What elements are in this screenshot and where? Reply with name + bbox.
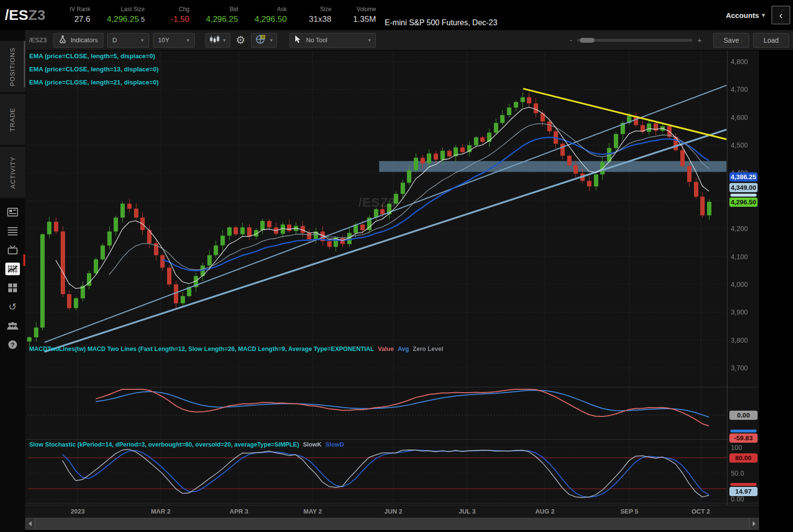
time-tick-oct-2: OCT 2: [692, 508, 710, 515]
indicators-label: Indicators: [70, 36, 98, 44]
accounts-dropdown[interactable]: Accounts ▾: [726, 11, 765, 19]
zoom-slider[interactable]: [577, 39, 692, 42]
zoom-out-button[interactable]: -: [570, 36, 572, 44]
study-title: Slow Stochastic (kPeriod=14, dPeriod=3, …: [29, 441, 299, 448]
ema-label-1: EMA (price=CLOSE, length=13, displace=0): [29, 66, 158, 79]
stochastic-study-label: Slow Stochastic (kPeriod=14, dPeriod=3, …: [29, 441, 348, 448]
community-icon[interactable]: [5, 319, 20, 332]
legend-slowk: SlowK: [303, 441, 321, 448]
chevron-down-icon: ▾: [368, 37, 371, 43]
field-value: -1.50: [161, 15, 189, 24]
axis-badge: 80.00: [729, 453, 758, 463]
triangle-right-icon: [753, 521, 756, 526]
axis-badge: 4,349.00: [729, 183, 758, 192]
time-axis: 2023MAR 2APR 3MAY 2JUN 2JUL 3AUG 2SEP 5O…: [25, 505, 759, 517]
news-icon[interactable]: [5, 206, 20, 218]
time-tick-mar-2: MAR 2: [151, 508, 170, 515]
chart-style-dropdown[interactable]: ▾: [205, 33, 230, 48]
field-label: IV Rank: [62, 6, 90, 15]
symbol-watermark: /ESZ3: [358, 195, 396, 210]
price-tick: 3,900: [731, 308, 748, 316]
quote-field-last-size: Last Size4,296.255: [107, 6, 145, 24]
zoom-in-button[interactable]: +: [697, 36, 702, 44]
axis-badge: 4,296.50: [729, 198, 758, 207]
chevron-left-icon: ‹: [779, 10, 783, 21]
collapse-panel-button[interactable]: ‹: [772, 6, 790, 24]
range-value: 10Y: [158, 36, 169, 44]
toolbar-symbol: /ESZ3: [29, 36, 47, 44]
field-value: 4,296.25: [206, 15, 238, 24]
apps-grid-icon[interactable]: [5, 282, 20, 294]
price-tick: 3,800: [731, 336, 748, 344]
field-value: 1.35M: [348, 15, 376, 24]
watchlist-icon[interactable]: [5, 225, 20, 237]
symbol-root: /ES: [5, 7, 28, 23]
chevron-down-icon: ▾: [223, 37, 226, 43]
zoom-slider-thumb[interactable]: [580, 38, 594, 43]
sidebar-tab-activity[interactable]: ACTIVITY: [0, 147, 25, 198]
price-tick: 4,700: [731, 85, 748, 93]
quote-field-volume: Volume1.35M: [348, 6, 376, 24]
ema-label-0: EMA (price=CLOSE, length=5, displace=0): [29, 52, 158, 66]
chevron-down-icon: ▾: [141, 37, 143, 43]
save-button[interactable]: Save: [713, 33, 749, 48]
sidebar-tabs: POSITIONSTRADEACTIVITY: [0, 30, 25, 198]
field-value: 31x38: [303, 15, 331, 24]
time-tick-jul-3: JUL 3: [458, 508, 475, 515]
field-value: 4,296.255: [107, 15, 145, 24]
accounts-label: Accounts: [726, 11, 759, 19]
price-axis: 4,8004,7004,6004,5004,4004,3004,2004,100…: [729, 50, 759, 505]
stoch-tick: 100: [731, 444, 742, 451]
charts-icon[interactable]: [5, 263, 20, 275]
ema-study-labels: EMA (price=CLOSE, length=5, displace=0)E…: [29, 52, 158, 92]
history-icon[interactable]: ↺: [5, 300, 20, 313]
price-tick: 4,500: [731, 141, 748, 149]
quote-field-ask: Ask4,296.50: [254, 6, 287, 24]
time-tick-jun-2: JUN 2: [385, 508, 403, 515]
field-label: Bid: [206, 6, 238, 15]
field-value: 4,296.50: [254, 15, 287, 24]
quote-fields: IV Rank27.6Last Size4,296.255Chg-1.50Bid…: [62, 6, 376, 24]
quote-field-chg: Chg-1.50: [161, 6, 189, 24]
chart-settings-button[interactable]: ⚙: [234, 33, 248, 48]
axis-badge: 0.00: [729, 411, 758, 420]
field-label: Ask: [254, 6, 287, 15]
scroll-left-button[interactable]: [25, 518, 35, 530]
quote-field-size: Size31x38: [303, 6, 331, 24]
price-tick: 4,000: [731, 281, 748, 288]
price-tick: 4,600: [731, 114, 748, 121]
price-chart-canvas[interactable]: [25, 50, 759, 505]
price-tick: 4,100: [731, 253, 748, 261]
chart-area[interactable]: EMA (price=CLOSE, length=5, displace=0)E…: [25, 50, 759, 505]
scrollbar-thumb[interactable]: [35, 518, 749, 530]
stoch-tick: 0.00: [731, 495, 744, 503]
sidebar-tab-trade[interactable]: TRADE: [0, 94, 25, 145]
quote-field-bid: Bid4,296.25: [206, 6, 238, 24]
trading-app: /ESZ3 IV Rank27.6Last Size4,296.255Chg-1…: [0, 0, 793, 532]
time-tick-apr-3: APR 3: [230, 508, 248, 515]
axis-badge: 14.97: [729, 487, 758, 496]
globe-grid-icon: [255, 34, 266, 46]
chart-grid-dropdown[interactable]: ▾: [251, 33, 277, 48]
quote-field-iv-rank: IV Rank27.6: [62, 6, 90, 24]
sidebar-tab-positions[interactable]: POSITIONS: [0, 41, 25, 92]
chart-scrollbar: [25, 517, 759, 530]
field-label: Last Size: [107, 6, 145, 15]
drawing-tool-dropdown[interactable]: No Tool ▾: [289, 33, 376, 48]
legend-slowd: SlowD: [325, 441, 344, 448]
time-tick-may-2: MAY 2: [304, 508, 322, 515]
sidebar-tab-label: TRADE: [9, 107, 17, 131]
indicators-button[interactable]: Indicators: [53, 33, 103, 48]
tv-icon[interactable]: [5, 244, 20, 256]
instrument-description: E-mini S&P 500 Futures, Dec-23: [385, 18, 497, 30]
timeframe-dropdown[interactable]: D▾: [107, 33, 149, 48]
range-dropdown[interactable]: 10Y▾: [153, 33, 195, 48]
legend-zero-level: Zero Level: [413, 346, 443, 352]
price-tick: 4,800: [731, 58, 748, 66]
load-button[interactable]: Load: [753, 33, 789, 48]
time-tick-2023: 2023: [71, 508, 85, 515]
price-tick: 4,200: [731, 225, 748, 233]
help-icon[interactable]: ?: [5, 338, 20, 351]
scroll-right-button[interactable]: [749, 518, 759, 530]
chevron-down-icon: ▾: [762, 12, 765, 18]
